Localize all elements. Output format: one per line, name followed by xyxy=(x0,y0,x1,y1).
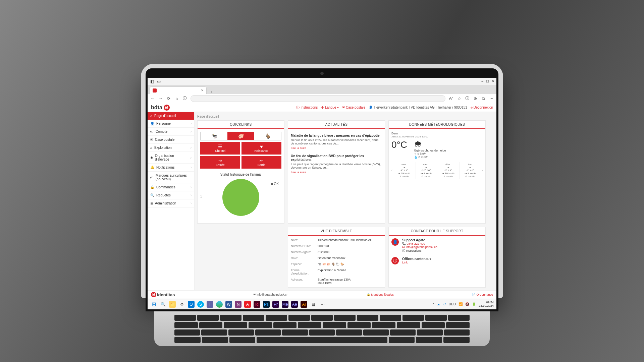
read-aloud-icon[interactable]: Aᴬ xyxy=(449,96,453,101)
quick-sortie[interactable]: ⇤Sortie xyxy=(241,156,281,169)
start-button[interactable]: ⊞ xyxy=(150,301,157,308)
taskbar-outlook-icon[interactable]: O xyxy=(188,301,195,308)
sidebar-item-requetes[interactable]: 🔍Requêtes› xyxy=(148,191,194,199)
sidebar-item-notifications[interactable]: 🔔Notifications› xyxy=(148,164,194,172)
tab-list-icon[interactable]: ▭ xyxy=(156,79,161,84)
tray-lang[interactable]: DEU xyxy=(449,302,456,306)
species-tab-pig[interactable]: 🐖 xyxy=(227,132,254,140)
species-tab-cow[interactable]: 🐄 xyxy=(201,132,227,140)
news-link[interactable]: Lire la suite... xyxy=(291,146,309,150)
collections-icon[interactable]: ⊕ xyxy=(473,96,478,101)
species-tab-goat[interactable]: 🐐 xyxy=(254,132,281,140)
chevron-right-icon: › xyxy=(191,201,192,205)
nav-home-icon[interactable]: ⌂ xyxy=(174,96,179,101)
taskbar-premiere-icon[interactable]: Pr xyxy=(272,301,279,308)
news-headline: Un feu de signalisation BVD pour protége… xyxy=(291,154,382,162)
taskbar-photoshop-icon[interactable]: Ps xyxy=(263,301,270,308)
news-headline: Maladie de la langue bleue : mesures en … xyxy=(291,134,382,137)
support-link[interactable]: Link xyxy=(402,261,431,264)
animal-status-chart: Statut historique de l'animal 1 ■ OK xyxy=(200,169,281,221)
tray-wifi-icon[interactable]: 📶 xyxy=(459,302,463,306)
tray-onedrive-icon[interactable]: ☁ xyxy=(437,302,440,306)
forecast-next-icon[interactable]: › xyxy=(482,169,483,172)
info-circle-icon: ⓘ xyxy=(391,257,399,264)
forecast-prev-icon[interactable]: ‹ xyxy=(391,169,392,172)
link-langue[interactable]: ⚙ Langue ▾ xyxy=(321,106,339,109)
taskbar-explorer-icon[interactable]: 📁 xyxy=(169,301,176,308)
taskbar-edge-icon[interactable] xyxy=(216,301,223,308)
tray-sound-icon[interactable]: 🔇 xyxy=(465,302,469,306)
taskbar-illustrator-icon[interactable]: Ai xyxy=(301,301,307,308)
sidebar-item-case-postale[interactable]: ✉Case postale xyxy=(148,136,194,144)
more-icon[interactable]: ⋯ xyxy=(489,96,494,101)
footer-legal[interactable]: 🔒 Mentions légales xyxy=(367,293,394,296)
address-bar[interactable] xyxy=(191,95,445,102)
taskbar-search-icon[interactable]: 🔍 xyxy=(160,301,166,308)
weather-temp: 0°C xyxy=(391,139,407,150)
sidebar-item-administration[interactable]: ≣Administration› xyxy=(148,199,194,207)
link-instructions[interactable]: ⓘ Instructions xyxy=(296,105,318,110)
new-tab-button[interactable]: + xyxy=(208,90,215,94)
sidebar-item-home-active[interactable]: ⌂ Page d'accueil xyxy=(148,112,194,120)
logo-text: bdta xyxy=(151,105,162,111)
sidebar-item-compte[interactable]: 🏷Compte› xyxy=(148,128,194,136)
weather-forecast: ‹ ven.☁-8° / 1°⇢ 29 km/h1 mm/h sam.☁-10°… xyxy=(391,162,483,179)
taskbar-app-icon[interactable]: ▦ xyxy=(310,301,317,308)
support-phone[interactable]: 📞 0848 222 400 xyxy=(402,242,437,245)
favorite-icon[interactable]: ☆ xyxy=(457,96,462,101)
info-icon[interactable]: ⓘ xyxy=(465,96,470,101)
panel-overview: VUE D'ENSEMBLE Nom:Tierverkehrsdatenbank… xyxy=(288,227,385,288)
browser-toolbar: ← → ⟳ ⌂ ⓘ Aᴬ ☆ ⓘ ⊕ ⧉ ⋯ xyxy=(148,94,496,103)
sidebar-item-marques[interactable]: 🏷Marques auriculaires (nouveau) xyxy=(148,172,194,183)
sidebar-item-exploitation[interactable]: ⌂Exploitation› xyxy=(148,144,194,152)
chevron-right-icon: › xyxy=(191,185,192,189)
tray-battery-icon[interactable]: 🔋 xyxy=(472,302,476,306)
taskbar-skype-icon[interactable]: S xyxy=(197,301,204,308)
taskbar-settings-icon[interactable]: ⚙ xyxy=(178,301,185,308)
link-deconnexion[interactable]: ⎋ Déconnexion xyxy=(471,106,493,109)
sidebar-item-organisation[interactable]: ✱Organisation d'élevage› xyxy=(148,152,194,164)
quick-cheptel[interactable]: ☰Cheptel xyxy=(200,142,240,155)
footer-email[interactable]: ✉ info@agatehelpdesk.ch xyxy=(253,293,288,296)
nav-back-icon[interactable]: ← xyxy=(150,96,155,101)
panel-support: CONTACT POUR LE SUPPORT 👤 Support Agate … xyxy=(388,227,486,288)
split-icon[interactable]: ⧉ xyxy=(481,96,486,101)
taskbar-onenote-icon[interactable]: N xyxy=(235,301,241,308)
support-instructions[interactable]: ⓘ Instructions xyxy=(402,249,437,253)
window-close[interactable]: ✕ xyxy=(492,79,494,83)
farm-icon: ⌂ xyxy=(150,146,152,149)
taskbar-acrobat-icon[interactable]: A xyxy=(244,301,251,308)
news-item: Maladie de la langue bleue : mesures en … xyxy=(291,132,382,152)
taskbar-overflow-icon[interactable]: ⋯ xyxy=(319,301,326,308)
camera-dot xyxy=(320,72,324,75)
taskbar-aftereffects-icon[interactable]: Ae xyxy=(291,301,298,308)
heart-icon: ♥ xyxy=(241,144,281,149)
ov-value: 🐄 🐖 🐖 🐐 🐑 🐎 xyxy=(318,262,382,266)
tab-overview-icon[interactable]: ◧ xyxy=(150,79,154,84)
quick-naissance[interactable]: ♥Naissance xyxy=(241,142,281,155)
browser-tab[interactable]: ✕ xyxy=(150,86,207,94)
support-email[interactable]: ✉ info@agatehelpdesk.ch xyxy=(402,245,437,249)
sidebar-item-commandes[interactable]: 🔒Commandes› xyxy=(148,183,194,191)
taskbar-mediaencoder-icon[interactable]: Me xyxy=(282,301,288,308)
taskbar-teams-icon[interactable]: T xyxy=(207,301,213,308)
quick-entree[interactable]: ⇥Entrée xyxy=(200,156,240,169)
swiss-shield-icon xyxy=(153,88,157,93)
tray-clock[interactable]: 09:54 23.10.2024 xyxy=(479,301,494,308)
sidebar-item-personne[interactable]: 👤Personne› xyxy=(148,120,194,128)
window-min[interactable]: – xyxy=(481,79,483,83)
panel-news: ACTUALITÉS Maladie de la langue bleue : … xyxy=(288,120,385,224)
taskbar-indesign-icon[interactable]: Id xyxy=(254,301,260,308)
link-case-postale[interactable]: ✉ Case postale xyxy=(342,106,365,109)
taskbar-word-icon[interactable]: W xyxy=(225,301,232,308)
tray-security-icon[interactable]: 🛡 xyxy=(443,302,446,306)
window-max[interactable]: ☐ xyxy=(486,79,489,83)
search-icon: 🔍 xyxy=(150,193,154,197)
tab-close-icon[interactable]: ✕ xyxy=(201,88,204,92)
tray-chevron-icon[interactable]: ˄ xyxy=(432,302,434,306)
nav-reload-icon[interactable]: ⟳ xyxy=(166,96,171,101)
site-info-icon[interactable]: ⓘ xyxy=(182,96,187,101)
footer-ordonnance[interactable]: 📄 Ordonnance xyxy=(472,293,493,296)
news-link[interactable]: Lire la suite... xyxy=(291,171,309,174)
nav-forward-icon[interactable]: → xyxy=(158,96,163,101)
